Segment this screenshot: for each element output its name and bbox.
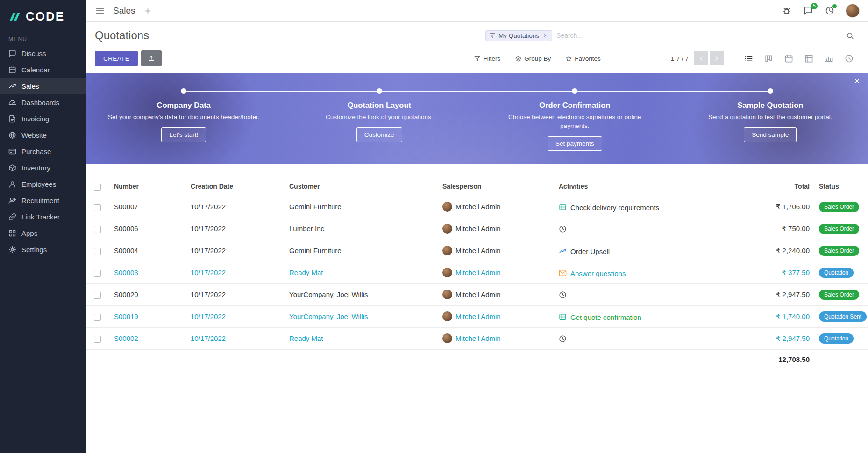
activity-label: Order Upsell [570,247,610,255]
filter-button-label: Favorites [575,55,601,62]
sidebar-item-invoicing[interactable]: Invoicing [0,111,86,127]
cell-activities: Check delivery requirements [554,196,728,218]
row-checkbox[interactable] [94,248,101,255]
sidebar-item-calendar[interactable]: Calendar [0,62,86,78]
activity-label: Check delivery requirements [570,203,659,211]
search-icon[interactable] [846,32,854,40]
step-action-button[interactable]: Send sample [744,127,797,142]
column-header-activity[interactable]: Activities [554,177,728,196]
search-input[interactable] [556,32,842,39]
view-switcher [739,51,859,66]
export-upload-icon[interactable] [141,50,162,66]
view-calendar-button[interactable] [779,51,799,66]
sidebar-item-settings[interactable]: Settings [0,241,86,258]
table-row[interactable]: S0002010/17/2022YourCompany, Joel Willis… [86,283,868,305]
row-checkbox[interactable] [94,270,101,277]
sidebar-item-label: Recruitment [21,197,59,205]
messages-icon[interactable]: 5 [803,5,814,16]
step-action-button[interactable]: Customize [356,127,402,142]
banner-close-icon[interactable] [854,78,861,85]
cell-creation-date: 10/17/2022 [186,218,285,240]
table-row[interactable]: S0001910/17/2022YourCompany, Joel Willis… [86,305,868,327]
view-pivot-button[interactable] [799,51,819,66]
next-page-icon[interactable] [710,51,724,65]
sidebar-item-label: Website [21,131,47,139]
link-icon [8,213,16,221]
list-activity-icon[interactable] [559,203,567,211]
sidebar-item-label: Sales [21,82,39,90]
menu-section-label: MENU [0,31,86,45]
column-header-date[interactable]: Creation Date [186,177,285,196]
sidebar-item-website[interactable]: Website [0,127,86,143]
sidebar-item-dashboards[interactable]: Dashboards [0,94,86,111]
cell-salesperson: Mitchell Admin [438,327,554,349]
brand-logo-text: CODE [26,9,64,24]
view-activity-button[interactable] [839,51,859,66]
sidebar-item-sales[interactable]: Sales [0,78,86,94]
sidebar-item-inventory[interactable]: Inventory [0,160,86,176]
hamburger-menu-icon[interactable] [94,5,106,16]
clock-activity-icon[interactable] [559,335,567,343]
select-all-checkbox[interactable] [94,184,101,191]
view-list-button[interactable] [739,51,759,66]
envelope-activity-icon[interactable] [559,269,567,277]
table-row[interactable]: S0000710/17/2022Gemini FurnitureMitchell… [86,196,868,218]
current-app-name[interactable]: Sales [113,6,135,16]
sidebar-item-recruitment[interactable]: Recruitment [0,192,86,209]
step-action-button[interactable]: Set payments [548,136,602,151]
salesperson-name: Mitchell Admin [455,334,501,342]
step-action-button[interactable]: Let's start! [161,127,206,142]
filter-button-group-by[interactable]: Group By [515,55,551,62]
search-box[interactable]: My Quotations [483,28,859,43]
cell-customer: Ready Mat [285,327,438,349]
cell-number: S00020 [109,283,186,305]
funnel-icon [474,56,480,62]
pivot-view-icon [804,54,813,63]
list-activity-icon[interactable] [559,313,567,321]
clock-activity-icon[interactable] [559,291,567,299]
row-checkbox[interactable] [94,314,101,321]
onboarding-banner: Company DataSet your company's data for … [86,73,868,164]
sidebar-item-link-tracker[interactable]: Link Tracker [0,209,86,225]
sidebar-item-discuss[interactable]: Discuss [0,45,86,62]
column-header-status[interactable]: Status [814,177,868,196]
table-footer: 12,708.50 [86,349,868,369]
row-checkbox[interactable] [94,336,101,343]
sidebar-item-employees[interactable]: Employees [0,176,86,192]
cell-creation-date: 10/17/2022 [186,327,285,349]
pagination-range: 1-7 / 7 [671,55,689,62]
debug-bug-icon[interactable] [781,5,792,16]
row-checkbox[interactable] [94,226,101,233]
sales-icon [8,82,16,90]
add-tab-icon[interactable] [143,6,153,16]
search-facet[interactable]: My Quotations [485,30,552,41]
filter-button-filters[interactable]: Filters [474,55,500,62]
create-button[interactable]: CREATE [95,51,138,66]
activities-clock-icon[interactable] [824,5,835,16]
table-row[interactable]: S0000410/17/2022Gemini FurnitureMitchell… [86,240,868,262]
brand-logo[interactable]: CODE [0,0,86,31]
quotations-table-wrap: NumberCreation DateCustomerSalespersonAc… [86,177,868,369]
cell-customer: YourCompany, Joel Willis [285,283,438,305]
table-row[interactable]: S0000610/17/2022Lumber IncMitchell Admin… [86,218,868,240]
row-checkbox[interactable] [94,204,101,211]
column-header-number[interactable]: Number [109,177,186,196]
row-checkbox[interactable] [94,292,101,299]
table-row[interactable]: S0000310/17/2022Ready MatMitchell AdminA… [86,262,868,283]
column-header-salesperson[interactable]: Salesperson [438,177,554,196]
chart-activity-icon[interactable] [559,247,567,255]
view-kanban-button[interactable] [759,51,779,66]
column-header-customer[interactable]: Customer [285,177,438,196]
sidebar-item-apps[interactable]: Apps [0,225,86,241]
filter-button-favorites[interactable]: Favorites [566,55,601,62]
table-row[interactable]: S0000210/17/2022Ready MatMitchell Admin₹… [86,327,868,349]
cell-salesperson: Mitchell Admin [438,262,554,283]
sidebar-item-purchase[interactable]: Purchase [0,143,86,160]
user-avatar[interactable] [846,4,860,18]
prev-page-icon[interactable] [694,51,708,65]
graph-view-icon [825,54,833,63]
column-header-total[interactable]: Total [728,177,814,196]
facet-remove-icon[interactable] [543,33,548,38]
view-graph-button[interactable] [819,51,839,66]
clock-activity-icon[interactable] [559,225,567,233]
